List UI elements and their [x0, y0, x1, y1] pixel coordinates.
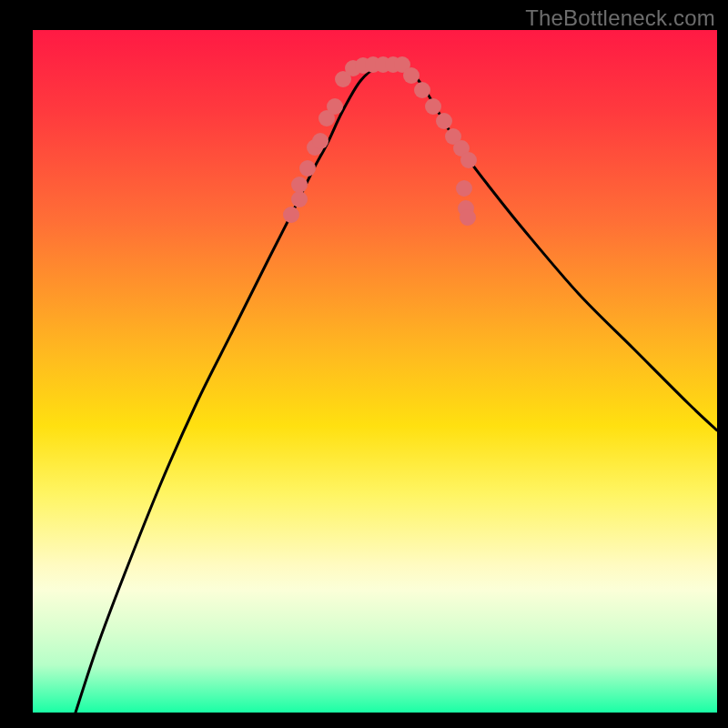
plot-area [33, 30, 717, 713]
marker-point [460, 209, 476, 226]
marker-point [403, 67, 420, 84]
marker-points [283, 56, 477, 226]
marker-point [456, 180, 472, 197]
marker-point [425, 98, 441, 115]
marker-point [299, 160, 316, 177]
marker-point [414, 82, 430, 98]
chart-svg [33, 30, 717, 713]
marker-point [291, 177, 308, 193]
chart-frame: TheBottleneck.com [0, 0, 728, 728]
marker-point [291, 191, 308, 207]
marker-point [312, 133, 329, 149]
marker-point [436, 113, 452, 129]
bottleneck-curve [76, 65, 717, 713]
marker-point [460, 152, 477, 168]
watermark-label: TheBottleneck.com [525, 5, 715, 31]
marker-point [283, 207, 299, 223]
marker-point [327, 98, 343, 115]
